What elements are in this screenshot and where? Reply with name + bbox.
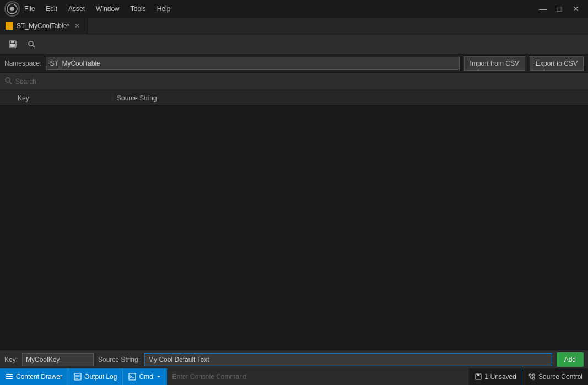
menu-asset[interactable]: Asset	[64, 3, 89, 15]
add-button[interactable]: Add	[557, 352, 584, 367]
title-bar: File Edit Asset Window Tools Help — □ ✕	[0, 0, 588, 18]
content-drawer-label: Content Drawer	[16, 373, 62, 381]
key-input[interactable]	[22, 353, 94, 366]
svg-rect-4	[10, 44, 15, 47]
menu-window[interactable]: Window	[91, 3, 124, 15]
source-string-label: Source String:	[98, 356, 140, 363]
tab-bar: ST_MyCoolTable* ✕	[0, 18, 588, 34]
svg-rect-9	[6, 378, 13, 379]
cmd-label: Cmd	[139, 373, 153, 381]
namespace-label: Namespace:	[4, 60, 41, 67]
search-input[interactable]	[15, 78, 584, 85]
svg-point-1	[10, 7, 14, 11]
source-control-button[interactable]: Source Control	[522, 368, 588, 385]
svg-point-15	[532, 377, 535, 379]
save-button[interactable]	[4, 37, 21, 51]
table-col-source: Source String	[112, 94, 566, 102]
cmd-dropdown-icon	[156, 374, 161, 379]
output-log-label: Output Log	[84, 373, 117, 381]
table-body	[0, 106, 588, 350]
source-control-label: Source Control	[538, 373, 582, 381]
unsaved-icon	[474, 373, 482, 381]
svg-point-5	[29, 41, 33, 46]
namespace-input[interactable]	[46, 57, 459, 70]
svg-rect-13	[477, 374, 479, 376]
menu-bar: File Edit Asset Window Tools Help	[20, 3, 535, 15]
app-logo	[4, 1, 20, 17]
menu-file[interactable]: File	[20, 3, 39, 15]
maximize-button[interactable]: □	[552, 2, 567, 15]
minimize-button[interactable]: —	[535, 2, 551, 15]
unsaved-indicator[interactable]: 1 Unsaved	[469, 368, 522, 385]
source-string-input[interactable]	[144, 353, 552, 366]
import-csv-button[interactable]: Import from CSV	[464, 56, 525, 71]
toolbar	[0, 34, 588, 54]
svg-point-16	[532, 374, 535, 376]
add-row: Key: Source String: Add	[0, 350, 588, 368]
menu-edit[interactable]: Edit	[41, 3, 62, 15]
search-row	[0, 73, 588, 90]
table-col-key: Key	[13, 94, 112, 102]
namespace-row: Namespace: Import from CSV Export to CSV	[0, 54, 588, 73]
tab-close-button[interactable]: ✕	[73, 21, 82, 31]
menu-help[interactable]: Help	[153, 3, 175, 15]
output-log-button[interactable]: Output Log	[68, 368, 122, 385]
svg-point-14	[529, 374, 531, 376]
close-button[interactable]: ✕	[568, 2, 584, 15]
source-control-icon	[528, 373, 536, 381]
menu-tools[interactable]: Tools	[126, 3, 150, 15]
unsaved-label: 1 Unsaved	[485, 373, 516, 381]
export-csv-button[interactable]: Export to CSV	[530, 56, 584, 71]
console-input[interactable]	[167, 368, 469, 385]
browse-button[interactable]	[23, 37, 40, 51]
tab-mycool-table[interactable]: ST_MyCoolTable* ✕	[0, 18, 88, 34]
cmd-button[interactable]: Cmd	[123, 368, 166, 385]
status-bar: Content Drawer Output Log Cmd 1 Unsaved	[0, 368, 588, 385]
svg-rect-8	[6, 376, 13, 377]
svg-rect-7	[6, 374, 13, 375]
content-drawer-button[interactable]: Content Drawer	[0, 368, 68, 385]
search-icon	[4, 77, 12, 86]
svg-rect-3	[11, 41, 14, 43]
window-controls: — □ ✕	[535, 2, 584, 15]
key-label: Key:	[4, 356, 18, 363]
tab-label: ST_MyCoolTable*	[17, 22, 69, 30]
table-header: Key Source String	[0, 90, 588, 106]
svg-point-6	[6, 78, 10, 82]
tab-icon	[6, 22, 13, 30]
